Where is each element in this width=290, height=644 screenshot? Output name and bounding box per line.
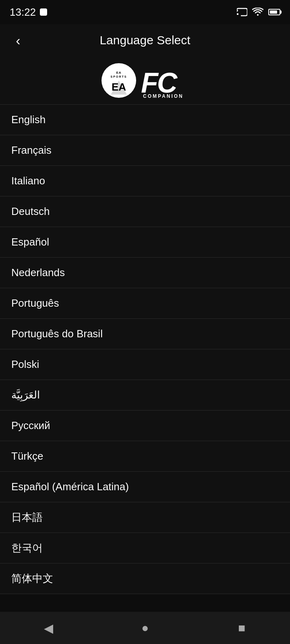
language-item[interactable]: Italiano: [0, 166, 290, 196]
status-icons: [237, 8, 280, 17]
language-label: Deutsch: [11, 205, 50, 218]
language-item[interactable]: Español: [0, 227, 290, 258]
app-logo: EA SPORTS EA FC COMPANION: [101, 62, 189, 99]
language-item[interactable]: Polski: [0, 349, 290, 380]
wifi-icon: [252, 8, 263, 17]
status-bar: 13:22: [0, 0, 290, 24]
svg-rect-0: [237, 13, 238, 15]
back-arrow-icon: ‹: [16, 33, 20, 48]
svg-text:EA: EA: [116, 71, 121, 74]
language-label: Français: [11, 144, 52, 157]
language-label: 日本語: [11, 510, 43, 524]
nav-home-icon: ●: [141, 621, 149, 635]
nav-home-button[interactable]: ●: [129, 612, 161, 644]
language-item[interactable]: Français: [0, 135, 290, 166]
nav-bar: ◀ ● ■: [0, 612, 290, 644]
back-button[interactable]: ‹: [8, 30, 28, 50]
status-indicator: [40, 8, 47, 16]
language-item[interactable]: Português do Brasil: [0, 319, 290, 349]
nav-back-button[interactable]: ◀: [32, 612, 64, 644]
status-time: 13:22: [10, 6, 47, 19]
cast-icon: [237, 8, 247, 17]
language-label: Português: [11, 297, 59, 310]
ea-sports-fc-logo: EA SPORTS EA FC COMPANION: [101, 62, 189, 99]
language-label: Polski: [11, 358, 39, 371]
nav-recent-button[interactable]: ■: [226, 612, 258, 644]
language-label: Italiano: [11, 175, 45, 187]
language-item[interactable]: Türkçe: [0, 441, 290, 472]
language-label: Português do Brasil: [11, 328, 103, 340]
language-item[interactable]: 한국어: [0, 533, 290, 564]
language-label: Español: [11, 236, 49, 248]
language-item[interactable]: 日本語: [0, 502, 290, 533]
language-item[interactable]: Deutsch: [0, 196, 290, 227]
language-list: EnglishFrançaisItalianoDeutschEspañolNed…: [0, 105, 290, 594]
language-item[interactable]: 简体中文: [0, 564, 290, 594]
page-title: Language Select: [99, 33, 190, 47]
language-label: English: [11, 114, 46, 126]
svg-point-1: [257, 14, 259, 16]
language-label: 简体中文: [11, 572, 53, 586]
svg-text:SPORTS: SPORTS: [111, 75, 127, 78]
svg-text:COMPANION: COMPANION: [143, 93, 184, 99]
logo-area: EA SPORTS EA FC COMPANION: [0, 56, 290, 105]
language-label: 한국어: [11, 541, 43, 555]
nav-back-icon: ◀: [44, 621, 53, 635]
language-label: Nederlands: [11, 266, 65, 279]
battery-icon: [268, 9, 280, 15]
language-item[interactable]: العَرَبِيَّة: [0, 380, 290, 411]
svg-text:EA: EA: [112, 81, 126, 93]
language-label: Español (América Latina): [11, 481, 129, 493]
header: ‹ Language Select: [0, 24, 290, 56]
language-label: Русский: [11, 419, 50, 432]
language-label: Türkçe: [11, 450, 43, 462]
language-item[interactable]: Nederlands: [0, 258, 290, 288]
language-item[interactable]: Português: [0, 288, 290, 319]
language-item[interactable]: English: [0, 105, 290, 135]
language-label: العَرَبِيَّة: [11, 389, 40, 401]
nav-recent-icon: ■: [238, 621, 245, 635]
language-item[interactable]: Русский: [0, 411, 290, 441]
language-item[interactable]: Español (América Latina): [0, 472, 290, 502]
